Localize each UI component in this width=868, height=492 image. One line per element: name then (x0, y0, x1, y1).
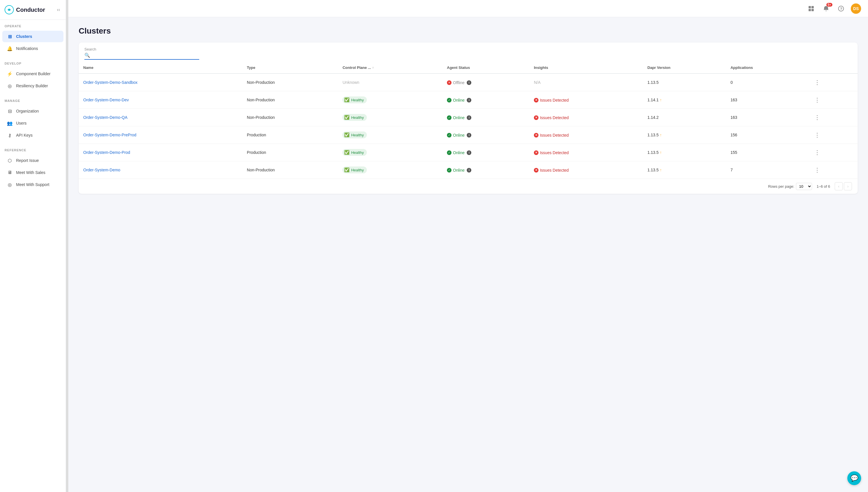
agent-online-badge: ✓Onlinei (447, 115, 471, 120)
agent-info-icon[interactable]: i (467, 80, 471, 85)
chat-bubble[interactable]: 💬 (847, 471, 861, 485)
agent-info-icon[interactable]: i (467, 98, 471, 102)
logo: Conductor (5, 5, 45, 14)
issues-x-icon: ✕ (534, 98, 539, 102)
agent-online-badge: ✓Onlinei (447, 98, 471, 102)
sidebar-item-meet-with-support[interactable]: ◎Meet With Support (2, 179, 64, 190)
cell-insights: N/A (529, 73, 643, 91)
cell-dapr-version: 1.14.1↑ (643, 91, 726, 109)
cluster-name-link[interactable]: Order-System-Demo (83, 168, 120, 172)
dashboard-icon[interactable] (806, 3, 816, 14)
cell-applications: 0 (726, 73, 808, 91)
sidebar-section-operate: OPERATE⊞Clusters🔔Notifications (0, 20, 66, 57)
col-header-actions (808, 62, 858, 73)
sidebar-item-api-keys[interactable]: ⚷API Keys (2, 129, 64, 141)
page-title: Clusters (79, 26, 858, 35)
dapr-upgrade-icon[interactable]: ↑ (660, 98, 662, 102)
rows-per-page-label: Rows per page: (768, 184, 794, 189)
prev-page-button[interactable]: ‹ (835, 182, 843, 190)
help-icon[interactable]: ? (836, 3, 846, 14)
cluster-name-link[interactable]: Order-System-Demo-QA (83, 115, 127, 120)
row-more-button[interactable]: ⋮ (812, 165, 822, 174)
cell-dapr-version: 1.13.5↑ (643, 161, 726, 179)
user-avatar[interactable]: DS (851, 3, 861, 14)
row-more-button[interactable]: ⋮ (812, 113, 822, 122)
cell-agent-status: ✓Onlinei (442, 144, 529, 161)
control-plane-healthy-badge: ✅Healthy (342, 149, 367, 156)
sidebar-section-label: REFERENCE (0, 148, 66, 154)
cell-name: Order-System-Demo-PreProd (79, 126, 242, 144)
svg-rect-2 (809, 6, 811, 8)
cell-control-plane: ✅Healthy (338, 126, 442, 144)
agent-online-badge: ✓Onlinei (447, 150, 471, 155)
control-plane-unknown: Unknown (342, 80, 359, 85)
issues-x-icon: ✕ (534, 150, 539, 155)
cell-type: Production (242, 126, 338, 144)
cluster-name-link[interactable]: Order-System-Demo-PreProd (83, 132, 137, 137)
sidebar-item-notifications[interactable]: 🔔Notifications (2, 43, 64, 54)
issues-x-icon: ✕ (534, 115, 539, 120)
notification-bell-icon[interactable]: 5+ (821, 3, 831, 14)
dapr-upgrade-icon[interactable]: ↑ (660, 168, 662, 172)
cell-control-plane: ✅Healthy (338, 91, 442, 109)
clusters-table: NameTypeControl Plane ...↑Agent StatusIn… (79, 62, 858, 178)
sidebar-resize-handle[interactable] (66, 0, 68, 492)
agent-info-icon[interactable]: i (467, 168, 471, 173)
row-more-button[interactable]: ⋮ (812, 130, 822, 140)
cell-applications: 163 (726, 91, 808, 109)
check-icon: ✅ (344, 167, 350, 173)
col-header-type: Type (242, 62, 338, 73)
row-more-button[interactable]: ⋮ (812, 148, 822, 157)
agent-info-icon[interactable]: i (467, 115, 471, 120)
notifications-icon: 🔔 (7, 46, 13, 51)
sidebar-item-component-builder[interactable]: ⚡Component Builder (2, 68, 64, 79)
row-more-button[interactable]: ⋮ (812, 95, 822, 104)
cluster-name-link[interactable]: Order-System-Demo-Dev (83, 98, 129, 102)
svg-point-1 (8, 9, 10, 10)
offline-dot-icon: ✕ (447, 80, 451, 85)
cell-insights: ✕Issues Detected (529, 109, 643, 126)
notification-badge: 5+ (826, 3, 833, 7)
sidebar-item-meet-with-sales[interactable]: 🖥Meet With Sales (2, 167, 64, 178)
cluster-name-link[interactable]: Order-System-Demo-Prod (83, 150, 130, 155)
col-header-name: Name (79, 62, 242, 73)
clusters-table-card: Search 🔍 NameTypeControl Plane ...↑Agent… (79, 43, 858, 194)
sidebar-section-label: OPERATE (0, 24, 66, 30)
cell-type: Production (242, 144, 338, 161)
cell-agent-status: ✕Offlinei (442, 73, 529, 91)
sidebar-item-organization[interactable]: ⊟Organization (2, 105, 64, 117)
sidebar: Conductor ‹‹ OPERATE⊞Clusters🔔Notificati… (0, 0, 66, 492)
col-header-control_plane[interactable]: Control Plane ...↑ (338, 62, 442, 73)
cell-control-plane: ✅Healthy (338, 144, 442, 161)
search-input[interactable] (93, 53, 199, 58)
sort-icon-control_plane: ↑ (372, 66, 374, 70)
sidebar-item-report-issue[interactable]: ⬡Report Issue (2, 155, 64, 166)
sidebar-item-users[interactable]: 👥Users (2, 117, 64, 129)
next-page-button[interactable]: › (844, 182, 852, 190)
row-more-button[interactable]: ⋮ (812, 78, 822, 87)
conductor-logo-icon (5, 5, 14, 14)
table-header: NameTypeControl Plane ...↑Agent StatusIn… (79, 62, 858, 73)
collapse-sidebar-button[interactable]: ‹‹ (56, 6, 61, 14)
control-plane-healthy-badge: ✅Healthy (342, 96, 367, 103)
agent-info-icon[interactable]: i (467, 133, 471, 138)
cell-control-plane: Unknown (338, 73, 442, 91)
svg-rect-4 (809, 9, 811, 11)
online-dot-icon: ✓ (447, 98, 451, 102)
cluster-name-link[interactable]: Order-System-Demo-Sandbox (83, 80, 138, 85)
dapr-upgrade-icon[interactable]: ↑ (660, 150, 662, 155)
svg-rect-3 (812, 6, 814, 8)
sidebar-item-resiliency-builder[interactable]: ◎Resiliency Builder (2, 80, 64, 92)
cell-actions: ⋮ (808, 126, 858, 144)
cell-agent-status: ✓Onlinei (442, 161, 529, 179)
sidebar-item-clusters[interactable]: ⊞Clusters (2, 31, 64, 42)
col-header-insights: Insights (529, 62, 643, 73)
dapr-upgrade-icon[interactable]: ↑ (660, 132, 662, 137)
control-plane-healthy-badge: ✅Healthy (342, 114, 367, 121)
agent-info-icon[interactable]: i (467, 150, 471, 155)
control-plane-healthy-badge: ✅Healthy (342, 167, 367, 173)
cell-insights: ✕Issues Detected (529, 126, 643, 144)
rows-per-page-select[interactable]: 102550100 (796, 183, 812, 190)
cell-control-plane: ✅Healthy (338, 109, 442, 126)
sidebar-header: Conductor ‹‹ (0, 0, 66, 20)
